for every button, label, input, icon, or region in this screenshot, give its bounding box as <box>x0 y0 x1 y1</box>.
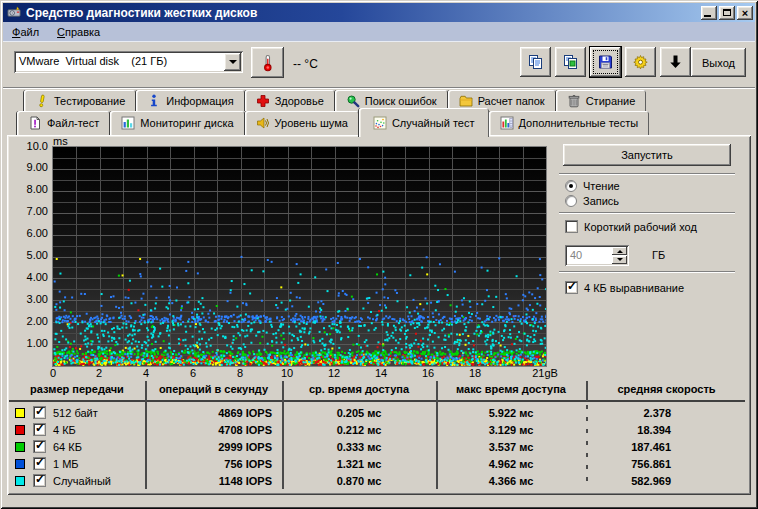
avg-speed-value: 187.461 <box>586 441 671 453</box>
tab-label: Расчет папок <box>478 95 545 107</box>
menu-file[interactable]: Файл <box>3 24 48 40</box>
table-row: ✓ Случайный 1148 IOPS 0.870 мс 4.366 мс … <box>9 473 747 490</box>
col-header-avg-speed: средняя скорость <box>586 383 747 395</box>
series-label: 4 КБ <box>53 424 76 436</box>
series-label: 512 байт <box>53 407 98 419</box>
y-tick-label: 8.00 <box>7 183 48 196</box>
copy-report-button[interactable] <box>520 47 551 77</box>
max-time-value: 4.962 мс <box>436 458 586 470</box>
check-icon: ✓ <box>35 439 45 452</box>
radio-write-control[interactable] <box>565 195 577 207</box>
radio-read-control[interactable] <box>565 180 577 192</box>
align-label: 4 КБ выравнивание <box>584 282 684 294</box>
separator <box>559 271 735 273</box>
table-row: ✓ 1 МБ 756 IOPS 1.321 мс 4.962 мс 756.86… <box>9 456 747 473</box>
save-report-button[interactable] <box>590 47 621 77</box>
series-checkbox[interactable]: ✓ <box>33 423 46 436</box>
avg-time-value: 0.333 мс <box>282 441 436 453</box>
copy-image-icon <box>562 54 579 70</box>
separator <box>559 212 735 214</box>
tab-disk-monitor[interactable]: Мониторинг диска <box>110 111 244 135</box>
check-icon: ✓ <box>35 405 45 418</box>
spin-down-button[interactable] <box>612 256 627 264</box>
maximize-button[interactable] <box>719 6 735 20</box>
x-tick-label: 12 <box>314 367 354 379</box>
short-stroke-checkbox[interactable]: ✓ <box>565 220 578 233</box>
temperature-button[interactable] <box>251 47 284 78</box>
avg-time-value: 1.321 мс <box>282 458 436 470</box>
menu-help[interactable]: Справка <box>48 24 109 40</box>
x-tick-label: 0 <box>33 367 73 379</box>
tab-health[interactable]: Здоровье <box>245 90 335 111</box>
copy-image-button[interactable] <box>555 47 586 77</box>
tab-label: Дополнительные тесты <box>519 117 639 129</box>
avg-speed-value: 756.861 <box>586 458 671 470</box>
iops-value: 1148 IOPS <box>145 475 272 487</box>
series-color-swatch <box>15 459 25 469</box>
avg-time-value: 0.870 мс <box>282 475 436 487</box>
align-checkbox[interactable]: ✓ <box>565 281 578 294</box>
series-checkbox[interactable]: ✓ <box>33 474 46 487</box>
x-tick-label: 10 <box>267 367 307 379</box>
avg-speed-value: 2.378 <box>586 407 671 419</box>
close-button[interactable]: × <box>737 6 753 20</box>
lamp-exclamation-icon <box>35 94 49 108</box>
align-option[interactable]: ✓ 4 КБ выравнивание <box>565 281 684 294</box>
short-stroke-option[interactable]: ✓ Короткий рабочий ход <box>565 220 697 233</box>
y-tick-label: 5.00 <box>7 249 48 262</box>
y-tick-label: 6.00 <box>7 227 48 240</box>
avg-time-value: 0.205 мс <box>282 407 436 419</box>
disk-select-dropdown[interactable]: VMware Virtual disk (21 ГБ) <box>14 51 243 73</box>
tab-random-test[interactable]: Случайный тест <box>359 108 489 137</box>
tab-noise-level[interactable]: Уровень шума <box>245 111 359 135</box>
radio-read[interactable]: Чтение <box>565 180 620 192</box>
tab-label: Уровень шума <box>275 117 348 129</box>
options-button[interactable] <box>625 47 656 77</box>
title-bar: Средство диагностики жестких дисков × <box>3 3 755 22</box>
tab-testing[interactable]: Тестирование <box>24 90 136 111</box>
tab-additional-tests[interactable]: Дополнительные тесты <box>489 111 650 135</box>
info-icon <box>147 94 161 108</box>
radio-write[interactable]: Запись <box>565 195 619 207</box>
radio-write-label: Запись <box>583 195 619 207</box>
close-icon: × <box>742 8 748 18</box>
tab-information[interactable]: Информация <box>136 90 244 111</box>
minimize-button[interactable] <box>701 6 717 20</box>
maximize-icon <box>723 9 731 16</box>
series-checkbox[interactable]: ✓ <box>33 440 46 453</box>
series-checkbox[interactable]: ✓ <box>33 457 46 470</box>
col-header-iops: операций в секунду <box>145 383 282 395</box>
spin-up-button[interactable] <box>612 247 627 255</box>
series-checkbox[interactable]: ✓ <box>33 406 46 419</box>
col-header-max-time: макс время доступа <box>436 383 586 395</box>
app-icon <box>7 5 22 20</box>
col-header-avg-time: ср. время доступа <box>282 383 436 395</box>
gear-icon <box>632 54 649 70</box>
y-tick-label: 9.00 <box>7 161 48 174</box>
menu-bar: Файл Справка <box>3 22 755 42</box>
tab-label: Информация <box>166 95 233 107</box>
y-tick-label: 2.00 <box>7 315 48 328</box>
tab-label: Файл-тест <box>47 117 99 129</box>
tab-label: Стирание <box>586 95 636 107</box>
avg-time-value: 0.212 мс <box>282 424 436 436</box>
exit-button[interactable]: Выход <box>691 48 746 77</box>
x-tick-label: 16 <box>408 367 448 379</box>
avg-speed-value: 582.969 <box>586 475 671 487</box>
check-icon: ✓ <box>567 280 577 293</box>
start-button[interactable]: Запустить <box>563 144 731 166</box>
series-label: 64 КБ <box>53 441 82 453</box>
toolbar: VMware Virtual disk (21 ГБ) -- °C <box>3 42 755 88</box>
random-test-panel: ms 10.0 9.00 8.00 7.00 6.00 5.00 4.00 3.… <box>7 135 751 495</box>
series-label: 1 МБ <box>53 458 79 470</box>
short-stroke-size-input[interactable]: 40 <box>565 245 629 266</box>
short-stroke-unit-label: ГБ <box>652 249 665 261</box>
start-button-label: Запустить <box>621 149 673 161</box>
red-cross-icon <box>256 94 270 108</box>
save-block-button[interactable] <box>660 47 691 77</box>
dropdown-arrow-button[interactable] <box>224 53 241 71</box>
tab-erase[interactable]: Стирание <box>556 90 647 111</box>
tab-label: Случайный тест <box>392 117 475 129</box>
x-tick-label: 8 <box>220 367 260 379</box>
tab-file-test[interactable]: Файл-тест <box>17 111 110 135</box>
